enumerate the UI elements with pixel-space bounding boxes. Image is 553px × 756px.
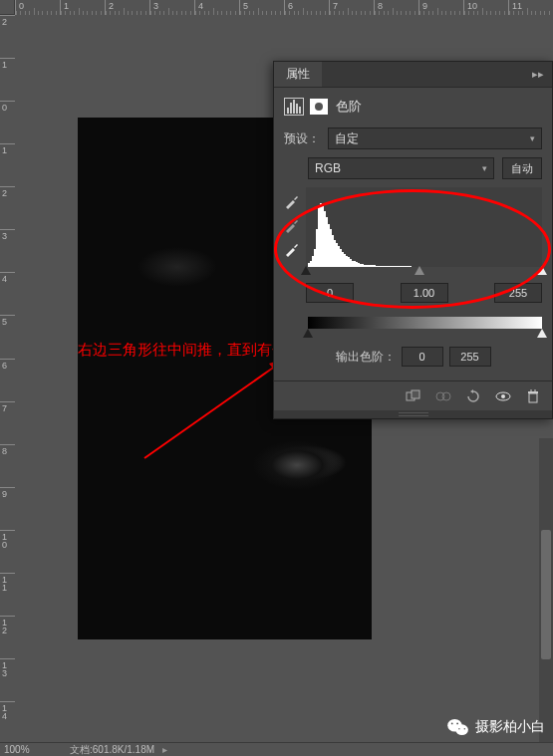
status-bar: 100% 文档:601.8K/1.18M ▸ [0,742,553,756]
mask-icon[interactable] [310,99,328,115]
visibility-icon[interactable] [494,387,512,405]
shadow-input[interactable]: 0 [306,283,354,303]
levels-icon [284,98,304,116]
chevron-right-icon[interactable]: ▸ [154,744,175,755]
properties-panel: 属性 ▸▸ 色阶 预设： 自定 ▾ RGB ▾ 自动 [273,61,553,419]
input-levels-values: 0 1.00 255 [306,283,542,303]
adjustment-title: 色阶 [336,98,362,116]
eyedropper-black[interactable] [284,193,300,209]
svg-rect-3 [412,390,419,398]
panel-footer [274,380,552,410]
preset-value: 自定 [335,130,359,147]
histogram [306,187,542,267]
panel-resize-handle[interactable] [274,410,552,418]
eyedropper-gray[interactable] [284,217,300,233]
output-low-handle[interactable] [303,329,313,338]
shadow-slider-handle[interactable] [301,266,311,275]
preset-select[interactable]: 自定 ▾ [328,127,542,149]
ruler-corner [0,0,15,15]
output-levels-row: 输出色阶： 0 255 [284,347,542,367]
channel-select[interactable]: RGB ▾ [308,157,494,179]
tab-properties[interactable]: 属性 [274,62,322,87]
vertical-scrollbar[interactable] [539,438,553,742]
adjustment-header: 色阶 [284,98,542,116]
svg-rect-9 [529,393,537,402]
chevron-down-icon: ▾ [530,133,535,143]
highlight-slider-handle[interactable] [537,266,547,275]
eyedropper-group [284,187,300,303]
panel-collapse-icon[interactable]: ▸▸ [524,68,552,81]
watermark: 摄影柏小白 [447,718,545,736]
ruler-vertical: 2101234567891011121314 [0,15,15,744]
output-gradient [308,317,542,329]
svg-point-15 [451,723,453,725]
panel-tab-bar: 属性 ▸▸ [274,62,552,88]
ruler-horizontal: 01234567891011 [15,0,553,15]
midtone-input[interactable]: 1.00 [401,283,448,303]
channel-row: RGB ▾ 自动 [308,157,542,179]
highlight-input[interactable]: 255 [494,283,542,303]
doc-info[interactable]: 文档:601.8K/1.18M [58,743,154,757]
svg-point-16 [456,723,458,725]
output-high-input[interactable]: 255 [449,347,491,367]
channel-value: RGB [315,161,341,175]
svg-point-17 [458,728,459,729]
clip-to-layer-icon[interactable] [405,387,422,405]
auto-button[interactable]: 自动 [502,157,542,179]
watermark-text: 摄影柏小白 [475,718,545,736]
input-levels-slider[interactable] [306,267,542,277]
view-previous-icon[interactable] [434,387,452,405]
svg-point-8 [501,394,505,398]
midtone-slider-handle[interactable] [415,266,424,275]
output-levels-slider[interactable] [308,329,542,339]
svg-point-18 [464,728,465,729]
svg-point-5 [442,392,450,400]
output-label: 输出色阶： [336,349,396,366]
delete-icon[interactable] [524,387,542,405]
svg-marker-6 [470,389,473,393]
output-low-input[interactable]: 0 [402,347,443,367]
zoom-level[interactable]: 100% [0,744,58,755]
preset-row: 预设： 自定 ▾ [284,127,542,149]
image-content [267,445,347,480]
preset-label: 预设： [284,130,320,147]
reset-icon[interactable] [464,387,482,405]
svg-point-14 [455,724,468,735]
chevron-down-icon: ▾ [482,163,487,173]
eyedropper-white[interactable] [284,241,300,257]
output-high-handle[interactable] [537,329,547,338]
svg-rect-10 [528,391,538,393]
scrollbar-thumb[interactable] [541,530,551,659]
wechat-icon [447,718,469,736]
